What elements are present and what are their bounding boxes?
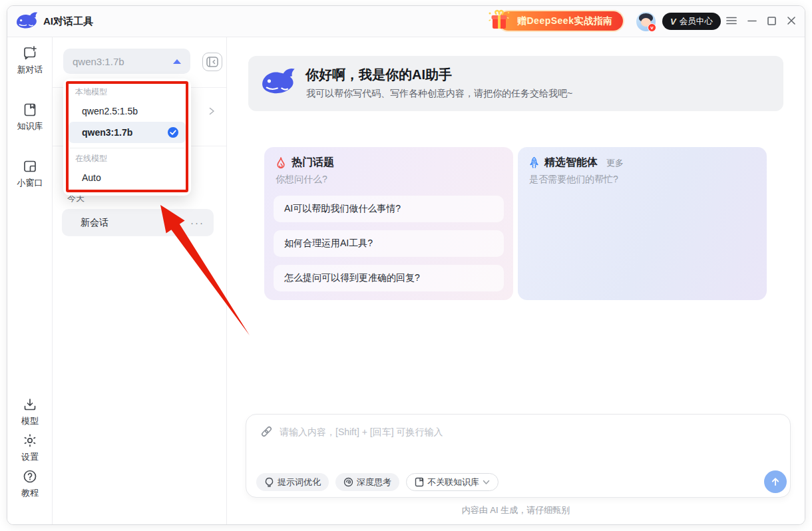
- sidebar-item-settings[interactable]: 设置: [7, 433, 53, 463]
- help-icon: [22, 468, 38, 484]
- composer-chips: 提示词优化 深度思考 不关联知识库: [256, 473, 499, 491]
- topic-question-button[interactable]: AI可以帮助我们做什么事情?: [274, 196, 504, 222]
- sidebar-item-new-chat[interactable]: 新对话: [7, 45, 53, 76]
- new-chat-icon: [22, 45, 38, 61]
- chevron-down-icon: [483, 480, 490, 485]
- featured-agents-card: 精选智能体 更多 是否需要他们的帮忙?: [518, 147, 767, 300]
- featured-agents-title: 精选智能体: [544, 156, 598, 170]
- chevron-right-icon[interactable]: [208, 106, 216, 116]
- ai-disclaimer: 内容由 AI 生成，请仔细甄别: [227, 504, 805, 516]
- collapse-panel-icon: [206, 57, 218, 67]
- sidebar-item-mini-window[interactable]: 小窗口: [7, 158, 53, 189]
- send-button[interactable]: [764, 470, 787, 493]
- gear-icon: [22, 433, 38, 448]
- model-selector[interactable]: qwen3:1.7b: [63, 49, 190, 74]
- sidebar-item-knowledge-base[interactable]: 知识库: [7, 102, 53, 132]
- download-icon: [22, 397, 38, 413]
- maximize-icon[interactable]: [767, 16, 777, 26]
- arrow-up-icon: [770, 476, 781, 487]
- gift-icon: [488, 9, 510, 32]
- deepthink-icon: [343, 477, 353, 487]
- model-selector-value: qwen3:1.7b: [73, 56, 173, 67]
- welcome-title: 你好啊，我是你的AI助手: [305, 66, 452, 84]
- attach-link-icon[interactable]: [260, 425, 274, 439]
- agents-more-link[interactable]: 更多: [606, 157, 624, 169]
- composer-card: 提示词优化 深度思考 不关联知识库: [246, 414, 791, 498]
- more-ellipsis-icon[interactable]: ···: [190, 217, 204, 228]
- member-center-button[interactable]: V 会员中心: [662, 13, 721, 30]
- session-title: 新会话: [81, 217, 190, 229]
- vip-v-icon: V: [670, 17, 676, 27]
- local-models-group-label: 本地模型: [75, 87, 186, 98]
- welcome-card: 你好啊，我是你的AI助手 我可以帮你写代码、写作各种创意内容，请把你的任务交给我…: [248, 56, 783, 111]
- chevron-up-icon: [173, 59, 181, 64]
- left-nav: 新对话 知识库 小窗口 模型: [7, 37, 53, 524]
- deep-think-chip[interactable]: 深度思考: [335, 473, 399, 491]
- window-controls: [725, 15, 797, 27]
- session-list-item[interactable]: 新会话 ···: [62, 209, 214, 236]
- message-input[interactable]: [280, 424, 692, 440]
- featured-agents-subtitle: 是否需要他们的帮忙?: [529, 174, 618, 186]
- sidebar-item-models[interactable]: 模型: [7, 397, 53, 427]
- promo-label: 赠DeepSeek实战指南: [517, 15, 612, 27]
- model-option-qwen25[interactable]: qwen2.5:1.5b: [69, 100, 186, 122]
- minimize-icon[interactable]: [747, 15, 757, 26]
- collapse-sidebar-button[interactable]: [202, 53, 222, 71]
- flame-icon: [275, 156, 287, 170]
- knowledge-base-link-chip[interactable]: 不关联知识库: [406, 473, 499, 491]
- app-title: AI对话工具: [43, 15, 93, 28]
- online-models-group-label: 在线模型: [75, 153, 186, 164]
- prompt-optimize-chip[interactable]: 提示词优化: [256, 473, 329, 491]
- model-option-auto[interactable]: Auto: [69, 167, 186, 188]
- model-option-qwen3-selected[interactable]: qwen3:1.7b: [69, 122, 186, 143]
- check-circle-icon: [167, 126, 179, 138]
- welcome-subtitle: 我可以帮你写代码、写作各种创意内容，请把你的任务交给我吧~: [306, 88, 572, 100]
- model-dropdown: 本地模型 qwen2.5:1.5b qwen3:1.7b 在线模型 Auto: [63, 79, 191, 196]
- topic-question-button[interactable]: 如何合理运用AI工具?: [274, 230, 504, 257]
- sidebar-item-tutorial[interactable]: 教程: [7, 468, 53, 499]
- mini-window-icon: [22, 158, 38, 174]
- topic-question-button[interactable]: 怎么提问可以得到更准确的回复?: [274, 265, 504, 291]
- member-center-label: 会员中心: [680, 16, 713, 27]
- promo-banner[interactable]: 赠DeepSeek实战指南: [499, 11, 623, 31]
- avatar-vip-badge: v: [648, 23, 656, 32]
- lightbulb-icon: [264, 477, 274, 488]
- divider: [70, 148, 184, 148]
- whale-logo-icon: [260, 66, 298, 99]
- app-window: AI对话工具 赠DeepSeek实战指南 v V 会员中心: [7, 5, 805, 525]
- whale-logo-icon: [15, 11, 39, 32]
- title-bar: AI对话工具 赠DeepSeek实战指南 v V 会员中心: [7, 6, 805, 37]
- hot-topics-title: 热门话题: [292, 156, 334, 170]
- rocket-icon: [528, 156, 540, 169]
- main-content: 你好啊，我是你的AI助手 我可以帮你写代码、写作各种创意内容，请把你的任务交给我…: [227, 37, 805, 524]
- menu-icon[interactable]: [725, 15, 737, 27]
- hot-topics-subtitle: 你想问什么?: [276, 174, 327, 186]
- book-icon: [415, 477, 424, 487]
- close-icon[interactable]: [786, 15, 797, 26]
- hot-topics-card: 热门话题 你想问什么? AI可以帮助我们做什么事情? 如何合理运用AI工具? 怎…: [264, 147, 513, 300]
- knowledge-base-icon: [22, 102, 38, 118]
